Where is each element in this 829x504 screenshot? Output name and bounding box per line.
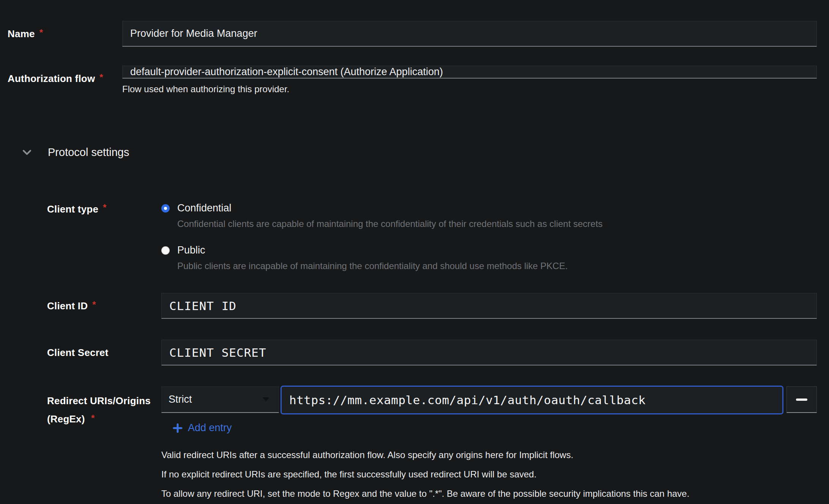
form-row-client-id: Client ID * bbox=[47, 293, 817, 319]
help-line: If no explicit redirect URIs are specifi… bbox=[161, 465, 817, 484]
client-secret-label: Client Secret bbox=[47, 347, 109, 359]
redirect-uris-label-line2: (RegEx) bbox=[47, 413, 85, 425]
chevron-down-icon[interactable] bbox=[23, 148, 31, 157]
radio-option-public[interactable]: Public bbox=[161, 244, 817, 256]
redirect-uri-entry-row: Strict bbox=[161, 386, 817, 414]
plus-icon bbox=[173, 423, 183, 433]
authorization-flow-help-text: Flow used when authorizing this provider… bbox=[122, 84, 817, 94]
redirect-uris-required-asterisk: * bbox=[91, 413, 95, 423]
redirect-uris-label-group: Redirect URIs/Origins (RegEx) * bbox=[47, 386, 161, 503]
form-row-redirect-uris: Redirect URIs/Origins (RegEx) * Strict bbox=[47, 386, 817, 503]
client-secret-label-group: Client Secret bbox=[47, 340, 161, 365]
form-row-name: Name * bbox=[8, 21, 817, 47]
minus-icon bbox=[796, 398, 807, 401]
form-row-authorization-flow: Authorization flow * Flow used when auth… bbox=[8, 66, 817, 94]
select-caret-icon bbox=[263, 397, 270, 402]
name-required-asterisk: * bbox=[39, 27, 43, 38]
authorization-flow-label-group: Authorization flow * bbox=[8, 66, 122, 91]
client-type-label-group: Client type * bbox=[47, 202, 161, 271]
radio-unselected-icon[interactable] bbox=[161, 246, 170, 255]
help-line: To allow any redirect URI, set the mode … bbox=[161, 484, 817, 503]
name-label: Name bbox=[8, 28, 35, 40]
client-secret-input[interactable] bbox=[161, 340, 817, 365]
authorization-flow-field: Flow used when authorizing this provider… bbox=[122, 66, 817, 94]
provider-form: Name * Authorization flow * Flow used wh… bbox=[0, 0, 829, 504]
client-id-input[interactable] bbox=[161, 293, 817, 319]
radio-option-confidential[interactable]: Confidential bbox=[161, 202, 817, 214]
add-entry-button[interactable]: Add entry bbox=[173, 422, 232, 434]
add-entry-label: Add entry bbox=[188, 422, 232, 434]
radio-confidential-label: Confidential bbox=[177, 202, 232, 214]
redirect-uri-input-wrap bbox=[281, 386, 783, 414]
client-type-label: Client type bbox=[47, 203, 98, 215]
redirect-mode-select[interactable]: Strict bbox=[161, 386, 279, 413]
help-line: Valid redirect URIs after a successful a… bbox=[161, 445, 817, 465]
authorization-flow-required-asterisk: * bbox=[99, 72, 103, 83]
authorization-flow-select[interactable] bbox=[122, 66, 817, 79]
name-input[interactable] bbox=[122, 21, 817, 47]
client-type-required-asterisk: * bbox=[103, 202, 106, 213]
radio-selected-icon[interactable] bbox=[161, 204, 170, 213]
redirect-uri-input[interactable] bbox=[282, 387, 782, 413]
client-id-required-asterisk: * bbox=[92, 299, 96, 310]
radio-public-label: Public bbox=[177, 244, 205, 256]
name-label-group: Name * bbox=[8, 21, 122, 47]
form-row-client-secret: Client Secret bbox=[47, 340, 817, 365]
redirect-uris-help-text: Valid redirect URIs after a successful a… bbox=[161, 445, 817, 503]
client-type-radio-group: Confidential Confidential clients are ca… bbox=[161, 202, 817, 271]
radio-confidential-description: Confidential clients are capable of main… bbox=[177, 219, 817, 229]
redirect-uris-field: Strict Add entry Valid redirect URIs aft… bbox=[161, 386, 817, 503]
client-id-label-group: Client ID * bbox=[47, 293, 161, 319]
remove-entry-button[interactable] bbox=[786, 386, 817, 413]
redirect-uris-label-line1: Redirect URIs/Origins bbox=[47, 392, 151, 410]
radio-public-description: Public clients are incapable of maintain… bbox=[177, 261, 817, 271]
protocol-settings-header[interactable]: Protocol settings bbox=[23, 146, 129, 159]
form-row-client-type: Client type * Confidential Confidential … bbox=[47, 202, 817, 271]
redirect-mode-selected-value: Strict bbox=[169, 394, 192, 405]
authorization-flow-label: Authorization flow bbox=[8, 73, 95, 85]
client-id-label: Client ID bbox=[47, 300, 88, 312]
protocol-settings-title: Protocol settings bbox=[48, 146, 129, 159]
